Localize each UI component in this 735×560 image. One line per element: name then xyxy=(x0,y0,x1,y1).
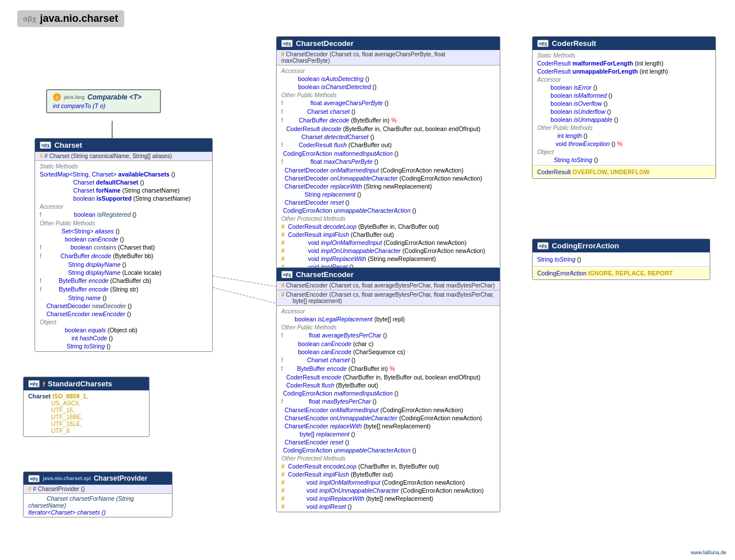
charset-encoder-body: Accessor boolean isLegalReplacement (byt… xyxy=(277,306,500,512)
standard-charsets-header: αβχ f StandardCharsets xyxy=(24,377,149,390)
coder-result-box: αβχ CoderResult Static Methods CoderResu… xyxy=(532,36,716,179)
charset-provider-constructor: # # CharsetProvider () xyxy=(24,485,172,494)
page-title: αβχ java.nio.charset xyxy=(17,10,124,27)
cea-abc-icon: αβχ xyxy=(537,242,549,250)
standard-charsets-box: αβχ f StandardCharsets Charset ISO_8859_… xyxy=(23,377,150,437)
charset-provider-body: Charset charsetForName (String charsetNa… xyxy=(24,494,172,517)
standard-charsets-body: Charset ISO_8859_1, US_ASCII, UTF_16, UT… xyxy=(24,390,149,436)
comparable-box: J java.lang Comparable <T> int compareTo… xyxy=(46,89,161,113)
charset-abc-icon: αβχ xyxy=(40,141,51,149)
charset-body: Static Methods SortedMap<String, Charset… xyxy=(35,161,212,351)
svg-line-2 xyxy=(213,287,282,305)
coding-error-action-body: String toString () CodingErrorAction IGN… xyxy=(533,252,710,279)
coder-result-header: αβχ CoderResult xyxy=(533,37,715,50)
coding-error-action-header: αβχ CodingErrorAction xyxy=(533,239,710,252)
footer-link: www.laliluna.de xyxy=(691,550,726,555)
charset-decoder-body: Accessor boolean isAutoDetecting () bool… xyxy=(277,66,500,272)
charset-encoder-box: αβχ CharsetEncoder # CharsetEncoder (Cha… xyxy=(276,267,500,512)
charset-encoder-constructor2: # CharsetEncoder (Charset cs, float aver… xyxy=(277,290,500,306)
charset-decoder-constructor: # CharsetDecoder (Charset cs, float aver… xyxy=(277,50,500,66)
cd-abc-icon: αβχ xyxy=(281,40,293,47)
charset-provider-header: αβχ java.nio.charset.spi CharsetProvider xyxy=(24,472,172,485)
charset-provider-box: αβχ java.nio.charset.spi CharsetProvider… xyxy=(23,471,173,517)
charset-header: αβχ Charset xyxy=(35,139,212,152)
abc-icon: αβχ xyxy=(23,14,36,23)
cp-abc-icon: αβχ xyxy=(28,475,40,482)
coding-error-action-box: αβχ CodingErrorAction String toString ()… xyxy=(532,239,710,280)
charset-encoder-header: αβχ CharsetEncoder xyxy=(277,268,500,281)
charset-constructor: # # Charset (String canonicalName, Strin… xyxy=(35,152,212,161)
charset-decoder-box: αβχ CharsetDecoder # CharsetDecoder (Cha… xyxy=(276,36,500,273)
ce-abc-icon: αβχ xyxy=(281,271,293,278)
coder-result-body: Static Methods CoderResult malformedForL… xyxy=(533,50,715,178)
comparable-icon: J xyxy=(53,93,61,101)
sc-abc-icon: αβχ xyxy=(28,380,40,388)
charset-encoder-constructor1: # CharsetEncoder (Charset cs, float aver… xyxy=(277,281,500,290)
svg-line-1 xyxy=(213,276,282,287)
charset-decoder-header: αβχ CharsetDecoder xyxy=(277,37,500,50)
cr-abc-icon: αβχ xyxy=(537,40,549,47)
charset-box: αβχ Charset # # Charset (String canonica… xyxy=(35,138,213,352)
